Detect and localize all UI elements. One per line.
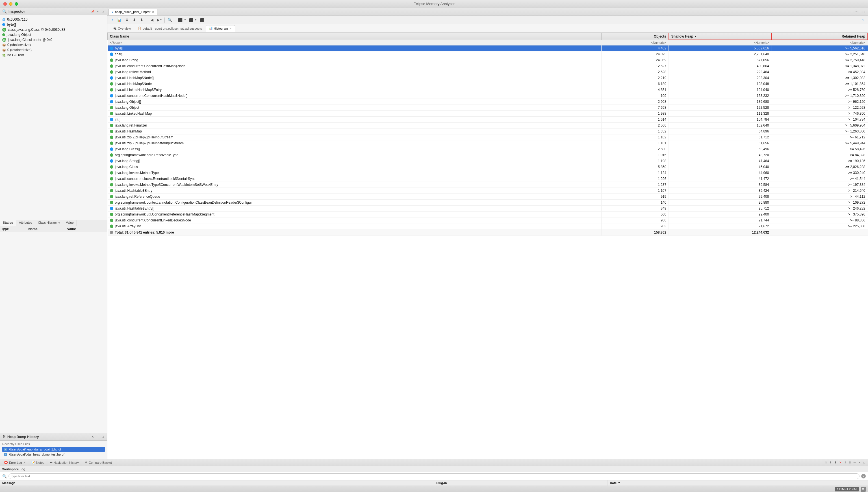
- filter-input[interactable]: [8, 473, 860, 479]
- table-row[interactable]: java.util.concurrent.ConcurrentHashMap$N…: [107, 93, 868, 99]
- tab-bar-maximize-btn[interactable]: □: [861, 9, 867, 15]
- table-row[interactable]: java.lang.Object[] 2,908 139,680 >= 962,…: [107, 99, 868, 105]
- table-row[interactable]: java.util.HashMap$Node[] 2,219 202,304 >…: [107, 75, 868, 81]
- heap-history-minimize-button[interactable]: −: [96, 435, 100, 439]
- filter2-button[interactable]: ⬛: [188, 17, 194, 23]
- history-item-0[interactable]: H /Users/pdai/heap_dump_pdai_1.hprof: [2, 447, 105, 452]
- col-header-shallow-heap[interactable]: Shallow Heap ▼: [669, 33, 771, 40]
- file-tab-heap-dump[interactable]: ● heap_dump_pdai_1.hprof ✕: [108, 9, 158, 15]
- bottom-panel-more-btn[interactable]: ⋯: [853, 461, 857, 465]
- export1-button[interactable]: ⬇: [124, 17, 130, 23]
- tab-overview[interactable]: 🔌 Overview: [110, 25, 134, 32]
- more-button[interactable]: ⋯: [209, 17, 215, 23]
- col-header-objects[interactable]: Objects: [601, 33, 669, 40]
- tab-value[interactable]: Value: [63, 220, 77, 226]
- table-row[interactable]: java.util.concurrent.ConcurrentHashMap$N…: [107, 63, 868, 69]
- nav-fwd-group: ▶▼: [156, 17, 163, 23]
- table-row[interactable]: java.util.LinkedHashMap 1,988 111,328 >=…: [107, 111, 868, 117]
- tab-attributes[interactable]: Attributes: [16, 220, 35, 226]
- tab-histogram[interactable]: 📊 Histogram ✕: [206, 25, 235, 32]
- subheader-class[interactable]: <Regex>: [107, 40, 602, 46]
- table-row[interactable]: java.lang.invoke.MethodType$ConcurrentWe…: [107, 182, 868, 188]
- table-row[interactable]: java.util.Hashtable$Entry[] 349 25,712 >…: [107, 205, 868, 212]
- export3-button[interactable]: ⬇: [139, 17, 145, 23]
- log-col-date[interactable]: Date ▼: [607, 481, 868, 486]
- close-button[interactable]: [3, 2, 7, 6]
- export2-button[interactable]: ⬇: [131, 17, 137, 23]
- table-row[interactable]: byte[] 4,402 5,562,616 >= 5,562,616: [107, 46, 868, 51]
- table-row[interactable]: java.lang.Class[] 2,500 58,496 >= 58,496: [107, 146, 868, 152]
- info-button[interactable]: i: [109, 17, 115, 23]
- filter3-button[interactable]: ⬛: [199, 17, 205, 23]
- bottom-panel-btn2[interactable]: ⬇: [829, 461, 833, 465]
- inspector-minimize-button[interactable]: −: [96, 9, 100, 14]
- col-header-retained-heap[interactable]: Retained Heap: [771, 33, 868, 40]
- table-row[interactable]: java.lang.Object 7,658 122,528 >= 122,52…: [107, 105, 868, 111]
- table-row[interactable]: java.util.HashMap 1,352 64,896 >= 1,263,…: [107, 128, 868, 134]
- tab-bar-minimize-btn[interactable]: −: [853, 9, 860, 15]
- bar-chart-button[interactable]: 📊: [116, 17, 123, 23]
- minimize-button[interactable]: [9, 2, 13, 6]
- tab-default-report[interactable]: 📋 default_report org.eclipse.mat.api:sus…: [135, 25, 205, 32]
- filter-clear-button[interactable]: ✕: [861, 474, 866, 478]
- bottom-panel-minimize-btn[interactable]: −: [858, 461, 862, 465]
- table-row[interactable]: org.springframework.context.annotation.C…: [107, 200, 868, 205]
- file-tab-close[interactable]: ✕: [152, 10, 154, 14]
- table-row[interactable]: java.lang.ref.Finalizer 2,566 102,640 >=…: [107, 123, 868, 128]
- table-row[interactable]: java.util.HashMap$Node 6,189 198,048 >= …: [107, 81, 868, 87]
- filter2-arrow[interactable]: ▼: [194, 19, 197, 21]
- log-col-plugin[interactable]: Plug-in: [434, 481, 607, 486]
- heap-history-close-button[interactable]: ✕: [91, 435, 95, 439]
- table-row[interactable]: java.lang.reflect.Method 2,528 222,464 >…: [107, 69, 868, 75]
- table-row[interactable]: java.util.zip.ZipFile$ZipFileInputStream…: [107, 134, 868, 140]
- table-row[interactable]: char[] 24,095 2,251,640 >= 2,251,640: [107, 51, 868, 57]
- bottom-tab-compare[interactable]: 🗄 Compare Basket: [82, 460, 114, 465]
- maximize-button[interactable]: [15, 2, 18, 6]
- filter1-arrow[interactable]: ▼: [184, 19, 187, 21]
- table-row[interactable]: org.springframework.util.ConcurrentRefer…: [107, 212, 868, 218]
- date-sort-icon[interactable]: ▼: [618, 482, 620, 484]
- tab-histogram-close[interactable]: ✕: [230, 27, 232, 30]
- table-row[interactable]: java.util.zip.ZipFile$ZipFileInflaterInp…: [107, 140, 868, 146]
- inspector-maximize-button[interactable]: □: [101, 9, 105, 14]
- table-row[interactable]: java.lang.String 24,069 577,656 >= 2,759…: [107, 57, 868, 63]
- table-row[interactable]: java.util.ArrayList 903 21,672 >= 225,08…: [107, 223, 868, 229]
- error-log-close[interactable]: ✕: [23, 461, 25, 464]
- table-row[interactable]: java.util.LinkedHashMap$Entry 4,851 194,…: [107, 87, 868, 93]
- filter1-button[interactable]: ⬛: [177, 17, 184, 23]
- bottom-panel-maximize-btn[interactable]: □: [862, 461, 866, 465]
- table-row[interactable]: java.lang.String[] 1,198 47,464 >= 190,1…: [107, 158, 868, 164]
- bottom-panel-settings-btn[interactable]: ⚙: [848, 461, 852, 465]
- histogram-container[interactable]: Class Name Objects Shallow Heap ▼: [107, 33, 868, 459]
- table-row[interactable]: java.util.Hashtable$Entry 1,107 35,424 >…: [107, 188, 868, 194]
- table-row[interactable]: org.springframework.core.ResolvableType …: [107, 152, 868, 158]
- inspector-pin-button[interactable]: 📌: [91, 9, 95, 14]
- bottom-panel-btn3[interactable]: ⬇: [834, 461, 838, 465]
- col-header-class-name[interactable]: Class Name: [107, 33, 602, 40]
- history-item-1[interactable]: H /Users/pdai/pdai_heap_dump_test.hprof: [2, 452, 105, 457]
- table-row[interactable]: java.util.concurrent.ConcurrentLinkedDeq…: [107, 218, 868, 223]
- table-row[interactable]: java.lang.ref.ReferenceQueue 919 29,408 …: [107, 194, 868, 200]
- table-row[interactable]: java.util.concurrent.locks.ReentrantLock…: [107, 176, 868, 182]
- table-row[interactable]: int[] 1,614 104,784 >= 104,784: [107, 117, 868, 123]
- gc-button[interactable]: 🗑: [861, 487, 866, 492]
- table-row[interactable]: java.lang.Class 5,850 45,040 >= 2,026,28…: [107, 164, 868, 170]
- row-icon-5: [110, 76, 113, 80]
- bottom-panel-export-btn[interactable]: ⬇: [843, 461, 847, 465]
- search-button[interactable]: 🔍: [167, 17, 173, 23]
- array-icon: [2, 23, 5, 26]
- nav-fwd-button[interactable]: ▶▼: [156, 17, 163, 23]
- heap-history-maximize-button[interactable]: □: [101, 435, 105, 439]
- bottom-panel-close-btn[interactable]: ✕: [838, 461, 842, 465]
- help-button[interactable]: ?: [860, 17, 866, 23]
- class-name-cell-2: java.lang.String: [110, 58, 599, 62]
- bottom-tab-error-log[interactable]: ⛔ Error Log ✕: [2, 460, 28, 465]
- nav-back-button[interactable]: ◀: [149, 17, 155, 23]
- table-row[interactable]: java.lang.invoke.MethodType 1,124 44,960…: [107, 170, 868, 176]
- tab-class-hierarchy[interactable]: Class Hierarchy: [35, 220, 63, 226]
- bottom-panel-btn1[interactable]: ⬆: [824, 461, 828, 465]
- bottom-tab-notes[interactable]: 📝 Notes: [29, 460, 47, 465]
- bottom-tab-nav-history[interactable]: ↩ Navigation History: [48, 460, 81, 465]
- log-col-message[interactable]: Message: [0, 481, 434, 486]
- tab-statics[interactable]: Statics: [0, 220, 16, 226]
